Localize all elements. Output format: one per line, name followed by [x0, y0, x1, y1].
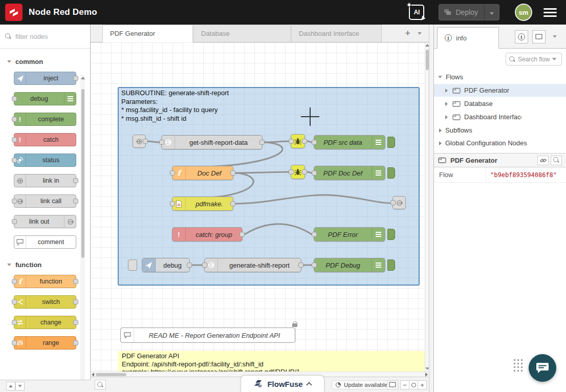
zoom-out-button[interactable]: −	[400, 380, 409, 389]
palette-node-status[interactable]: status	[14, 154, 76, 167]
sidebar-tab-menu-caret[interactable]	[553, 35, 557, 38]
guide-book-button[interactable]	[387, 380, 398, 389]
search-icon	[509, 56, 515, 62]
chat-widget-button[interactable]	[529, 354, 556, 382]
ai-assistant-button[interactable]: AI	[409, 5, 424, 20]
deploy-button[interactable]: Deploy	[439, 4, 499, 20]
chevron-right-icon	[439, 128, 442, 133]
node-debugger-breakpoint-2[interactable]	[291, 165, 305, 179]
node-comment-readme[interactable]: READ ME - Report Generation Endpoint API	[120, 328, 295, 343]
canvas-vertical-scrollbar[interactable]	[425, 42, 429, 372]
flow-canvas[interactable]: SUBROUTINE: generate-shift-report Parame…	[91, 42, 425, 372]
palette-node-inject[interactable]: inject	[14, 72, 76, 85]
cursor-icon	[421, 15, 426, 21]
info-icon: i	[518, 33, 525, 40]
wire	[307, 172, 312, 173]
node-pdfmake[interactable]: pdfmake.	[172, 197, 233, 211]
zoom-reset-button[interactable]	[409, 380, 418, 389]
node-red-editor: Node Red Demo AI Deploy sm common	[0, 0, 566, 392]
palette-footer	[0, 380, 91, 392]
sidebar-tab-info-button[interactable]: i	[515, 30, 528, 43]
palette-node-debug[interactable]: debug	[14, 92, 76, 105]
node-function-doc-def[interactable]: f Doc Def	[172, 166, 233, 180]
horizontal-scroll-thumb[interactable]	[96, 373, 126, 376]
comment-icon	[14, 236, 26, 248]
zoom-in-button[interactable]: +	[418, 380, 427, 389]
chat-icon	[536, 362, 549, 374]
palette-node-function[interactable]: f function	[14, 275, 76, 288]
main-menu-button[interactable]	[543, 8, 557, 17]
add-flow-button[interactable]: +	[405, 29, 410, 38]
flow-icon	[452, 88, 461, 94]
user-avatar[interactable]: sm	[515, 4, 532, 21]
scroll-up-arrow[interactable]	[81, 77, 85, 79]
copy-link-button[interactable]	[537, 156, 549, 165]
node-link-in[interactable]	[133, 135, 146, 148]
palette-category-function[interactable]: function	[0, 256, 90, 275]
node-inject-debug[interactable]: debug	[142, 258, 190, 272]
tree-global-config-nodes[interactable]: Global Configuration Nodes	[434, 137, 566, 149]
node-debug-pdf-debug[interactable]: PDF Debug	[314, 258, 385, 272]
tree-flow-database[interactable]: Database	[434, 97, 566, 110]
update-available-button[interactable]: Update available	[332, 380, 392, 389]
flowfuse-button[interactable]: FlowFuse	[241, 375, 324, 392]
palette-scrollbar[interactable]	[80, 75, 85, 392]
comment-icon	[121, 328, 134, 342]
tree-flows-root[interactable]: Flows	[434, 71, 566, 83]
palette-node-link-call[interactable]: link call	[14, 194, 76, 208]
node-debugger-breakpoint-1[interactable]	[291, 134, 305, 148]
palette-node-switch[interactable]: switch	[14, 295, 76, 309]
debug-toggle-pdf-src-data[interactable]	[387, 137, 395, 148]
api-note[interactable]: PDF Generator API Endpoint: /api/shift-r…	[118, 351, 425, 372]
node-link-out[interactable]	[393, 196, 406, 209]
search-flows-input[interactable]	[518, 56, 550, 63]
tree-flow-dashboard-interface[interactable]: Dashboard Interface	[434, 111, 566, 123]
tree-flow-pdf-generator[interactable]: PDF Generator	[434, 84, 566, 97]
debug-toggle-pdf-debug[interactable]	[387, 259, 395, 271]
palette-scrollbar-thumb[interactable]	[81, 89, 84, 258]
debug-toggle-pdf-doc-def[interactable]	[387, 167, 395, 179]
debug-toggle-pdf-error[interactable]	[387, 229, 395, 240]
chevron-down-icon	[438, 76, 442, 78]
palette-collapse-button[interactable]	[6, 382, 15, 390]
palette-node-complete[interactable]: ! complete	[14, 113, 76, 126]
palette-node-link-out[interactable]: link out	[14, 215, 76, 228]
tree-subflows[interactable]: Subflows	[434, 124, 566, 137]
flow-property-row: Flow "b9ebf893594086f8"	[434, 167, 566, 183]
palette-expand-button[interactable]	[15, 382, 25, 390]
palette-filter-input[interactable]	[15, 33, 77, 40]
sidebar-tab-help-button[interactable]	[532, 30, 546, 43]
node-get-shift-report-data[interactable]: get-shift-report-data	[161, 135, 263, 149]
node-debug-pdf-error[interactable]: PDF Error	[314, 227, 385, 242]
palette-node-comment[interactable]: comment	[14, 235, 76, 249]
palette-node-change[interactable]: change	[14, 316, 76, 329]
palette-node-link-in[interactable]: link in	[14, 174, 76, 187]
node-catch-group[interactable]: ! catch: group	[172, 227, 243, 242]
inject-trigger-button[interactable]	[128, 259, 137, 271]
node-link-call-generate-shift-report[interactable]: generate-shift-report	[204, 258, 301, 272]
link-chain-icon	[540, 157, 547, 164]
scroll-left-arrow[interactable]	[92, 373, 94, 377]
sidebar-tab-info[interactable]: i info	[437, 27, 499, 49]
node-debug-pdf-src-data[interactable]: PDF src data	[314, 135, 385, 149]
drag-handle-dots[interactable]	[513, 358, 523, 373]
sidebar-resize-handle[interactable]	[429, 25, 434, 392]
palette-category-common[interactable]: common	[0, 53, 90, 72]
tab-database[interactable]: Database	[193, 25, 291, 42]
node-debug-pdf-doc-def[interactable]: PDF Doc Def	[314, 166, 385, 180]
scroll-right-arrow[interactable]	[425, 373, 428, 377]
deploy-options-caret[interactable]	[485, 8, 499, 16]
tab-pdf-generator[interactable]: PDF Generator	[102, 25, 193, 42]
lock-icon	[292, 321, 297, 327]
search-flows-box	[506, 53, 562, 66]
search-icon	[5, 33, 11, 39]
palette-node-range[interactable]: range	[14, 336, 76, 350]
palette-node-catch[interactable]: ! catch	[14, 133, 76, 146]
search-options-caret[interactable]	[552, 58, 556, 60]
search-flows-button[interactable]	[95, 380, 106, 389]
tab-dashboard-interface[interactable]: Dashboard Interface	[291, 25, 382, 42]
search-flow-button[interactable]	[551, 156, 562, 165]
sparkle-icon	[407, 3, 412, 8]
node-red-logo[interactable]	[5, 4, 23, 21]
tab-list-caret[interactable]	[418, 32, 422, 35]
